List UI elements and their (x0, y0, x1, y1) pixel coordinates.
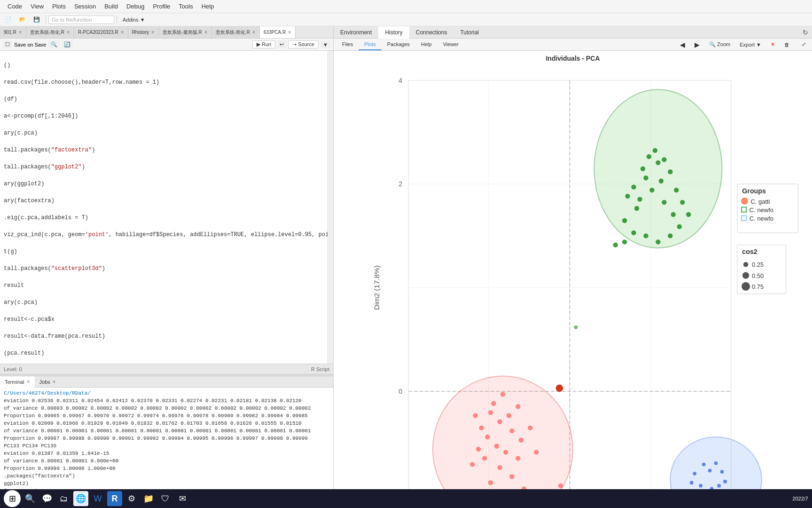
zoom-button[interactable]: 🔍 Zoom (706, 40, 734, 49)
save-button[interactable]: 💾 (30, 15, 43, 24)
start-button[interactable]: ⊞ (4, 490, 21, 507)
jobs-tab[interactable]: Jobs ✕ (35, 376, 61, 388)
svg-point-62 (634, 206, 639, 211)
taskbar-browser[interactable]: 🌐 (73, 491, 88, 506)
addins-button[interactable]: Addins ▼ (119, 16, 148, 24)
source-dropdown[interactable]: ▼ (320, 41, 330, 48)
svg-point-27 (479, 425, 484, 430)
tab-simple3[interactable]: 意炊系统-简化.R ✕ (212, 26, 260, 39)
terminal-tab-close[interactable]: ✕ (26, 379, 30, 384)
editor-scrollbar[interactable] (328, 51, 333, 364)
tab-environment[interactable]: Environment (334, 26, 378, 39)
script-type-label: R Script (311, 366, 329, 372)
console-line-pc: PC133 PC134 PC135 (4, 442, 329, 450)
clear-plots-button[interactable]: 🗑 (781, 40, 793, 49)
re-run-button[interactable]: ↩ (277, 40, 286, 48)
help-subtab[interactable]: Help (415, 39, 437, 50)
search-button[interactable]: 🔍 (48, 40, 60, 48)
svg-text:4: 4 (398, 77, 402, 84)
go-to-function-button[interactable]: Go to file/function (48, 16, 114, 24)
taskbar-antivirus[interactable]: 🛡 (158, 491, 173, 506)
menu-build[interactable]: Build (101, 1, 122, 11)
tab-close-icon-6[interactable]: ✕ (252, 30, 256, 35)
tab-633pca[interactable]: 633PCA.R ✕ (260, 26, 296, 39)
delete-plot-button[interactable]: ✕ (767, 40, 778, 49)
menu-profile[interactable]: Profile (149, 1, 174, 11)
taskbar-folder[interactable]: 📁 (141, 491, 156, 506)
editor-toolbar: ☐ Save on Save 🔍 🔄 ▶ Run ↩ ⇢ Source ▼ (0, 39, 333, 51)
plots-subtab[interactable]: Plots (359, 39, 381, 50)
taskbar-file-manager[interactable]: 🗂 (56, 491, 71, 506)
right-panel-refresh[interactable]: ↻ (803, 29, 808, 36)
tab-close-icon[interactable]: ✕ (18, 30, 22, 35)
tab-close-icon-2[interactable]: ✕ (66, 30, 70, 35)
svg-point-107 (743, 262, 748, 267)
jobs-tab-close[interactable]: ✕ (52, 379, 56, 384)
save-on-save-checkbox[interactable]: ☐ (3, 40, 12, 48)
tab-pca-simple[interactable]: 意炊系统-简化.R ✕ (26, 26, 74, 39)
svg-point-23 (488, 410, 493, 415)
taskbar-cortana[interactable]: 💬 (39, 491, 55, 506)
tab-901r[interactable]: 901.R ✕ (0, 26, 26, 39)
menu-bar: Code View Plots Session Build Debug Prof… (0, 0, 812, 13)
tab-close-icon-3[interactable]: ✕ (120, 30, 124, 35)
nav-back-button[interactable]: ◀ (677, 40, 688, 50)
source-button[interactable]: ⇢ Source (288, 40, 319, 48)
svg-point-60 (637, 197, 642, 201)
svg-point-28 (515, 404, 520, 409)
taskbar-mail[interactable]: ✉ (175, 491, 190, 506)
svg-text:C. newfo: C. newfo (750, 215, 773, 222)
svg-point-52 (640, 167, 645, 171)
menu-tools[interactable]: Tools (175, 1, 196, 11)
svg-point-25 (491, 401, 496, 406)
code-content[interactable]: () read.csv(file.choose(),header=T,row.n… (0, 51, 328, 364)
find-replace-button[interactable]: 🔄 (62, 40, 73, 48)
tab-pca20220323[interactable]: R-PCA20220323.R ✕ (74, 26, 128, 39)
nav-forward-button[interactable]: ▶ (691, 40, 703, 50)
svg-point-66 (680, 200, 685, 205)
tab-tutorial[interactable]: Tutorial (453, 26, 485, 39)
svg-point-49 (594, 89, 722, 248)
tab-close-icon-5[interactable]: ✕ (204, 30, 208, 35)
svg-text:0.75: 0.75 (752, 283, 764, 290)
menu-debug[interactable]: Debug (123, 1, 148, 11)
taskbar-r[interactable]: R (107, 491, 122, 506)
tab-rhistory[interactable]: Rhistory ✕ (128, 26, 159, 39)
menu-plots[interactable]: Plots (48, 1, 70, 11)
packages-subtab[interactable]: Packages (382, 39, 415, 50)
new-script-button[interactable]: 📄 (2, 15, 15, 24)
svg-point-32 (473, 413, 477, 418)
open-button[interactable]: 📂 (16, 15, 29, 24)
terminal-tab-label: Terminal (5, 379, 24, 385)
svg-point-30 (485, 435, 490, 439)
svg-point-70 (656, 239, 660, 244)
svg-text:C. newfo: C. newfo (750, 206, 773, 214)
taskbar-search[interactable]: 🔍 (23, 491, 38, 506)
tab-history[interactable]: History (378, 26, 409, 39)
svg-rect-103 (742, 216, 746, 221)
svg-point-82 (720, 470, 724, 474)
tab-simple2[interactable]: 意炊系统-最简版.R ✕ (159, 26, 211, 39)
maximize-plot-button[interactable]: ⤢ (798, 40, 809, 49)
run-button[interactable]: ▶ Run (252, 40, 275, 48)
tab-close-icon-4[interactable]: ✕ (151, 30, 155, 35)
export-button[interactable]: Export ▼ (736, 40, 765, 49)
console-line-5: of variance 0.00001 0.00001 0.00001 0.00… (4, 427, 329, 435)
svg-point-51 (643, 175, 648, 180)
viewer-subtab[interactable]: Viewer (437, 39, 464, 50)
svg-point-41 (509, 474, 514, 479)
tab-close-icon-7[interactable]: ✕ (288, 30, 291, 35)
menu-help[interactable]: Help (198, 1, 218, 11)
tab-connections[interactable]: Connections (409, 26, 454, 39)
menu-session[interactable]: Session (70, 1, 100, 11)
taskbar-settings[interactable]: ⚙ (124, 491, 139, 506)
terminal-tab[interactable]: Terminal ✕ (0, 376, 35, 388)
svg-point-78 (693, 472, 696, 476)
svg-text:Groups: Groups (742, 187, 766, 195)
menu-view[interactable]: View (27, 1, 47, 11)
menu-code[interactable]: Code (4, 1, 26, 11)
taskbar: ⊞ 🔍 💬 🗂 🌐 W R ⚙ 📁 🛡 ✉ 2022/7 (0, 489, 812, 508)
svg-point-76 (574, 325, 578, 329)
taskbar-word[interactable]: W (90, 491, 105, 506)
files-subtab[interactable]: Files (336, 39, 359, 50)
